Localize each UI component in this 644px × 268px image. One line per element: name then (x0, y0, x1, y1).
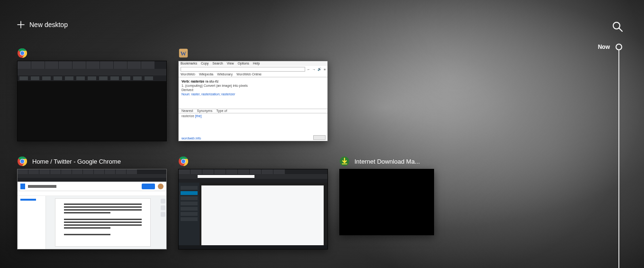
timeline-line (618, 50, 619, 268)
chrome-icon (178, 156, 189, 166)
search-icon (612, 21, 623, 32)
task-tile (178, 156, 328, 250)
idm-icon (339, 156, 350, 166)
task-tile: Internet Download Ma... (339, 156, 434, 250)
chrome-icon (17, 156, 27, 166)
svg-point-12 (181, 159, 185, 163)
task-tile (17, 47, 167, 141)
task-tile: Home / Twitter - Google Chrome (17, 156, 167, 250)
task-thumbnail[interactable] (339, 169, 434, 235)
task-thumbnail[interactable]: BookmarksCopySearchViewOptionsHelp ←→🔊≡ … (178, 61, 328, 141)
task-row-2: Home / Twitter - Google Chrome (17, 156, 587, 250)
svg-text:W: W (181, 50, 187, 57)
timeline-now-label: Now (598, 44, 610, 50)
wordweb-icon: W (178, 48, 189, 58)
tile-title: Home / Twitter - Google Chrome (32, 158, 121, 165)
new-desktop-button[interactable]: New desktop (17, 21, 68, 28)
svg-point-4 (20, 51, 24, 55)
task-row-1: W BookmarksCopySearchViewOptionsHelp ←→🔊… (17, 47, 587, 141)
plus-icon (17, 21, 25, 28)
tile-title: Internet Download Ma... (354, 158, 420, 165)
task-tile: W BookmarksCopySearchViewOptionsHelp ←→🔊… (178, 47, 328, 141)
timeline-rail[interactable]: Now (591, 41, 624, 268)
chrome-icon (17, 48, 27, 58)
svg-point-9 (20, 159, 24, 163)
timeline-knob[interactable] (616, 44, 622, 50)
task-thumbnail[interactable] (17, 169, 167, 250)
task-thumbnail[interactable] (17, 61, 167, 141)
new-desktop-label: New desktop (29, 21, 68, 28)
svg-rect-14 (342, 164, 347, 165)
timeline-search-button[interactable] (612, 21, 623, 32)
task-thumbnail[interactable] (178, 169, 328, 250)
svg-line-1 (619, 28, 622, 31)
